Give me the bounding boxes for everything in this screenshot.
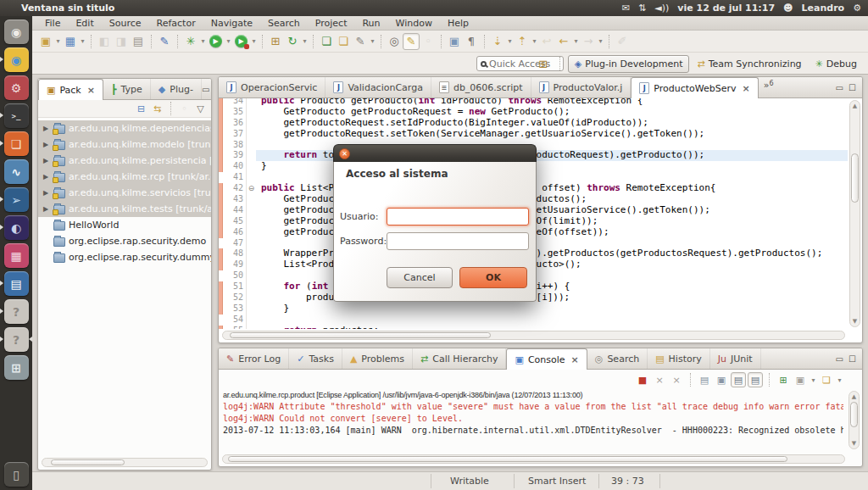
remove-launch-icon[interactable]: × [652, 372, 667, 387]
view-menu-icon[interactable]: ▽ [193, 102, 208, 116]
menu-project[interactable]: Project [308, 16, 355, 31]
annotation-pencil-icon-dropdown[interactable]: ▾ [369, 37, 376, 45]
files-icon[interactable]: ❏ [0, 130, 32, 158]
show-console-output-icon[interactable]: ▤ [748, 372, 763, 387]
previous-annotation-icon-dropdown[interactable]: ▾ [531, 37, 538, 45]
terminate-icon[interactable]: ■ [635, 372, 650, 387]
menu-search[interactable]: Search [260, 16, 308, 31]
workspace-switcher-icon[interactable]: ⊞ [0, 354, 32, 381]
display-console-icon-dropdown[interactable]: ▾ [810, 376, 817, 384]
perspective-team-synchronizing[interactable]: ⇄Team Synchronizing [691, 55, 807, 73]
editor-tab-validacioncarga[interactable]: JValidacionCarga [326, 77, 431, 97]
cancel-button[interactable]: Cancel [387, 267, 453, 288]
unknown-app-2-icon[interactable]: ? [0, 326, 32, 354]
system-monitor-icon[interactable]: ∿ [0, 158, 32, 186]
dash-home-icon[interactable]: ◉ [0, 18, 32, 46]
menu-file[interactable]: File [37, 16, 68, 31]
expander-icon[interactable]: ▶ [43, 125, 50, 132]
ok-button[interactable]: OK [459, 267, 527, 288]
debug-icon[interactable]: ✳ [182, 33, 199, 50]
console-tab-junit[interactable]: JuJUnit [710, 348, 761, 369]
maximize-icon[interactable]: ☐ [849, 83, 856, 92]
next-annotation-icon-dropdown[interactable]: ▾ [506, 37, 514, 45]
menu-help[interactable]: Help [440, 16, 476, 31]
maximize-icon[interactable]: ☐ [849, 354, 856, 364]
volume-icon[interactable]: ◄)) [654, 3, 669, 14]
chromium-icon[interactable]: ◉ [0, 46, 32, 74]
eclipse-icon[interactable]: ◐ [0, 214, 32, 242]
editor-vscrollbar[interactable]: ▲ ▼ [849, 100, 860, 327]
console-output[interactable]: ar.edu.unq.kilme.rcp.product [Eclipse Ap… [223, 389, 843, 451]
run-icon[interactable]: ▶ [209, 35, 222, 47]
console-tab-history[interactable]: ▤History [648, 348, 710, 369]
menu-edit[interactable]: Edit [68, 16, 101, 31]
writer-icon[interactable]: ▤ [0, 270, 32, 298]
scrollbar-thumb[interactable] [228, 456, 787, 462]
minimize-icon[interactable]: ▭ [202, 85, 209, 94]
close-icon[interactable]: × [743, 83, 750, 94]
editor-tab-operacionservic[interactable]: JOperacionServic [219, 77, 326, 97]
show-whitespace-icon[interactable]: ¶ [463, 33, 480, 50]
plugin-tool-icon[interactable]: ✎ [156, 33, 173, 50]
back-icon[interactable]: ← [555, 33, 572, 50]
explorer-tab-type[interactable]: ┣Type [103, 79, 151, 99]
tree-item-helloworld[interactable]: HelloWorld [38, 217, 211, 233]
perspective-plug-in-development[interactable]: ◈Plug-in Development [568, 55, 690, 73]
new-wizard-icon[interactable]: ▣ [37, 33, 54, 50]
console-tab-console[interactable]: ▣Console× [506, 348, 587, 370]
mark-occurrences-icon[interactable]: ✎ [403, 33, 420, 50]
scroll-down-icon[interactable]: ▼ [849, 440, 859, 447]
scrollbar-thumb[interactable] [51, 459, 125, 465]
editor-tab-productowebserv[interactable]: JProductoWebServ× [631, 77, 758, 98]
console-hscrollbar[interactable] [222, 454, 845, 464]
update-icon[interactable]: ↻ [284, 33, 301, 50]
mail-icon[interactable]: ✉ [622, 3, 630, 14]
new-java-project-icon-dropdown[interactable]: ▾ [79, 37, 86, 45]
menu-navigate[interactable]: Navigate [203, 16, 260, 31]
tree-item-ar-edu-unq-kilme-dependencias[interactable]: ▶ar.edu.unq.kilme.dependencias [trunk/ar… [38, 120, 211, 136]
run-external-icon[interactable]: ▶ [235, 35, 248, 47]
new-wizard-icon-dropdown[interactable]: ▾ [54, 37, 62, 45]
perspective-debug[interactable]: ✳Debug [810, 55, 863, 73]
menu-refactor[interactable]: Refactor [149, 16, 203, 31]
explorer-tab-plug[interactable]: ◆Plug- [151, 79, 202, 99]
menu-window[interactable]: Window [388, 16, 440, 31]
run-external-icon-dropdown[interactable]: ▾ [250, 37, 258, 45]
tree-item-org-eclipse-rap-security-dummy[interactable]: org.eclipse.rap.security.dummy [38, 249, 211, 265]
console-vscrollbar[interactable]: ▲ ▼ [849, 391, 860, 449]
menu-run[interactable]: Run [354, 16, 387, 31]
close-icon[interactable]: × [571, 354, 579, 365]
print-icon[interactable]: ▤ [130, 33, 147, 50]
scroll-up-icon[interactable]: ▲ [849, 393, 859, 400]
search-icon[interactable]: ◎ [386, 33, 403, 50]
system-settings-icon[interactable]: ⚙ [0, 74, 32, 102]
console-tab-problems[interactable]: ▲Problems [342, 348, 413, 369]
minimize-icon[interactable]: ▭ [836, 354, 843, 364]
annotation-pencil-icon[interactable]: ✎ [352, 33, 369, 50]
editor-hscrollbar[interactable] [222, 331, 845, 340]
network-icon[interactable]: ⇅ [638, 3, 646, 14]
dialog-titlebar[interactable]: ✕ [333, 144, 537, 162]
editor-tab-productovalor-j[interactable]: JProductoValor.j [531, 77, 632, 97]
explorer-tab-pack[interactable]: ▣Pack× [38, 79, 103, 100]
scroll-down-icon[interactable]: ▼ [850, 318, 860, 325]
close-icon[interactable]: ✕ [339, 148, 350, 159]
pin-console-icon[interactable]: ⊞ [776, 372, 791, 387]
display-console-icon[interactable]: ▣ [793, 372, 808, 387]
tree-item-ar-edu-unq-kilme-servicios[interactable]: ▶ar.edu.unq.kilme.servicios [trunk/ar.ed… [38, 185, 211, 201]
tree-item-ar-edu-unq-kilme-modelo[interactable]: ▶ar.edu.unq.kilme.modelo [trunk/ar.edu.u… [38, 136, 211, 153]
expander-icon[interactable]: ▶ [43, 157, 50, 164]
run-icon-dropdown[interactable]: ▾ [225, 37, 232, 45]
terminal-icon[interactable]: >_ [0, 102, 32, 130]
clear-console-icon[interactable]: ▤ [697, 372, 712, 387]
tree-item-ar-edu-unq-kilme-tests[interactable]: ▶ar.edu.unq.kilme.tests [trunk/ar.edu.un… [38, 201, 211, 217]
hidden-editors-indicator[interactable]: »6 [759, 77, 777, 97]
media-app-icon[interactable]: ▦ [0, 242, 32, 270]
expander-icon[interactable]: ▶ [43, 205, 50, 213]
new-plugin-project-icon[interactable]: ⊞ [267, 33, 284, 50]
password-field[interactable] [387, 232, 529, 250]
expander-icon[interactable]: ▶ [43, 141, 50, 148]
new-java-project-icon[interactable]: ▦ [62, 33, 79, 50]
session-gear-icon[interactable]: ⚙ [853, 3, 861, 14]
explorer-hscrollbar[interactable] [42, 458, 208, 467]
